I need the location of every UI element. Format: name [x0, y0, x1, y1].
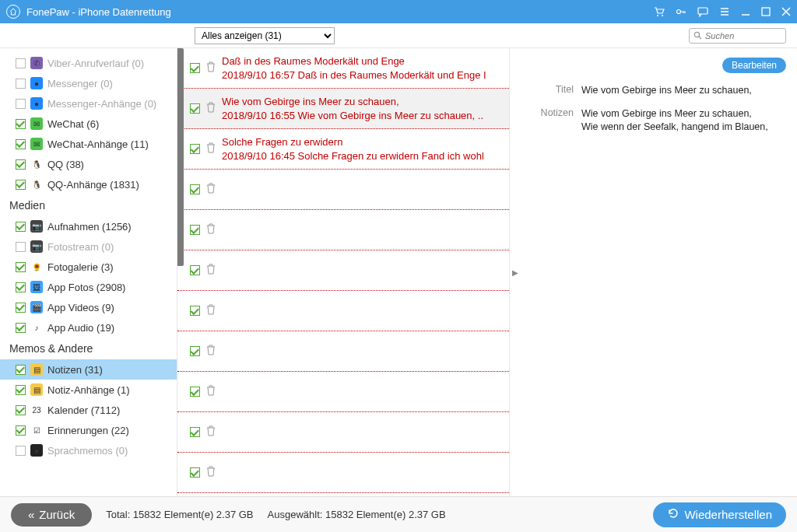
category-icon: 📷: [30, 220, 43, 233]
checkbox[interactable]: [16, 99, 26, 109]
sidebar-item[interactable]: ●Messenger (0): [0, 73, 177, 93]
checkbox[interactable]: [16, 262, 26, 272]
checkbox[interactable]: [16, 139, 26, 149]
list-row[interactable]: [177, 372, 509, 412]
search-box[interactable]: [689, 28, 786, 44]
trash-icon[interactable]: [206, 425, 216, 439]
trash-icon[interactable]: [206, 183, 216, 197]
checkbox[interactable]: [16, 58, 26, 68]
sidebar-item[interactable]: 📷Fotostream (0): [0, 236, 177, 257]
list-row[interactable]: Wie vom Gebirge ins Meer zu schauen,2018…: [177, 89, 509, 129]
category-icon: 📷: [30, 240, 43, 253]
sidebar-item[interactable]: ▤Notizen (31): [0, 359, 177, 380]
trash-icon[interactable]: [206, 223, 216, 237]
list-row[interactable]: [177, 250, 509, 291]
checkbox[interactable]: [190, 144, 200, 154]
checkbox[interactable]: [190, 427, 200, 437]
trash-icon[interactable]: [206, 102, 216, 116]
list-row[interactable]: Solche Fragen zu erwidern2018/9/10 16:45…: [177, 129, 509, 170]
svg-point-2: [677, 10, 681, 14]
list-row[interactable]: [177, 331, 509, 372]
sidebar-item[interactable]: 🌻Fotogalerie (3): [0, 257, 177, 277]
checkbox[interactable]: [190, 103, 200, 114]
sidebar-item[interactable]: 🖼App Fotos (2908): [0, 277, 177, 297]
checkbox[interactable]: [16, 222, 26, 232]
trash-icon[interactable]: [206, 61, 216, 75]
svg-point-1: [662, 15, 663, 16]
list-row[interactable]: [177, 170, 509, 210]
checkbox[interactable]: [190, 265, 200, 275]
list-row[interactable]: [177, 453, 509, 493]
close-icon[interactable]: [781, 7, 791, 16]
sidebar-item[interactable]: ☑Erinnerungen (22): [0, 420, 177, 440]
checkbox[interactable]: [16, 79, 26, 89]
key-icon[interactable]: [676, 6, 686, 17]
trash-icon[interactable]: [206, 385, 216, 399]
sidebar-item-label: App Audio (19): [47, 322, 114, 334]
checkbox[interactable]: [16, 180, 26, 190]
category-icon: ▤: [30, 363, 43, 376]
checkbox[interactable]: [190, 63, 200, 73]
sidebar-item[interactable]: ●Messenger-Anhänge (0): [0, 93, 177, 114]
sidebar-item[interactable]: 🐧QQ-Anhänge (1831): [0, 174, 177, 194]
status-selected: Ausgewählt: 15832 Element(e) 2.37 GB: [268, 509, 446, 520]
sidebar-item[interactable]: 🎬App Videos (9): [0, 297, 177, 317]
checkbox[interactable]: [16, 242, 26, 252]
edit-button[interactable]: Bearbeiten: [722, 58, 786, 73]
trash-icon[interactable]: [206, 466, 216, 480]
sidebar-item[interactable]: ✉WeChat-Anhänge (11): [0, 134, 177, 154]
cart-icon[interactable]: [654, 6, 665, 17]
sidebar-item[interactable]: 🐧QQ (38): [0, 154, 177, 174]
trash-icon[interactable]: [206, 304, 216, 318]
checkbox[interactable]: [190, 467, 200, 478]
category-icon: ●: [30, 77, 43, 89]
list-row[interactable]: [177, 210, 509, 250]
filter-select[interactable]: Alles anzeigen (31): [195, 27, 335, 44]
sidebar-item[interactable]: ✉WeChat (6): [0, 114, 177, 134]
list-row[interactable]: [177, 291, 509, 331]
maximize-icon[interactable]: [761, 7, 771, 16]
list-row[interactable]: [177, 412, 509, 453]
sidebar-item[interactable]: ●Sprachmemos (0): [0, 440, 177, 460]
checkbox[interactable]: [16, 303, 26, 313]
menu-icon[interactable]: [719, 6, 730, 17]
checkbox[interactable]: [16, 425, 26, 436]
trash-icon[interactable]: [206, 345, 216, 359]
sidebar-item[interactable]: ▤Notiz-Anhänge (1): [0, 380, 177, 400]
back-label: Zurück: [39, 508, 75, 521]
checkbox[interactable]: [16, 159, 26, 170]
recover-button[interactable]: Wiederherstellen: [653, 502, 786, 527]
sidebar[interactable]: ✆Viber-Anrufverlauf (0)●Messenger (0)●Me…: [0, 48, 177, 496]
sidebar-item[interactable]: 23Kalender (7112): [0, 400, 177, 420]
search-input[interactable]: [705, 31, 781, 40]
checkbox[interactable]: [190, 225, 200, 235]
checkbox[interactable]: [16, 119, 26, 129]
back-button[interactable]: « Zurück: [11, 503, 92, 527]
sidebar-item[interactable]: 📷Aufnahmen (1256): [0, 216, 177, 236]
home-icon[interactable]: [6, 5, 20, 19]
checkbox[interactable]: [190, 184, 200, 194]
sidebar-item-label: Erinnerungen (22): [47, 425, 129, 436]
checkbox[interactable]: [190, 306, 200, 316]
pane-divider[interactable]: ▶: [510, 48, 521, 496]
checkbox[interactable]: [16, 385, 26, 395]
list-scrollbar-left[interactable]: [177, 48, 184, 266]
trash-icon[interactable]: [206, 142, 216, 156]
checkbox[interactable]: [190, 387, 200, 397]
feedback-icon[interactable]: [697, 6, 708, 17]
checkbox[interactable]: [16, 323, 26, 333]
sidebar-item[interactable]: ♪App Audio (19): [0, 317, 177, 338]
checkbox[interactable]: [16, 282, 26, 292]
checkbox[interactable]: [16, 446, 26, 456]
sidebar-item[interactable]: ✆Viber-Anrufverlauf (0): [0, 53, 177, 73]
trash-icon[interactable]: [206, 264, 216, 278]
checkbox[interactable]: [190, 346, 200, 356]
checkbox[interactable]: [16, 365, 26, 375]
list-row[interactable]: Daß in des Raumes Moderkält und Enge2018…: [177, 48, 509, 89]
minimize-icon[interactable]: [741, 7, 750, 16]
row-text: Solche Fragen zu erwidern2018/9/10 16:45…: [222, 135, 484, 163]
sidebar-item-label: QQ (38): [47, 159, 84, 170]
checkbox[interactable]: [16, 405, 26, 415]
detail-title-key: Titel: [535, 84, 574, 98]
sidebar-item-label: Viber-Anrufverlauf (0): [47, 58, 144, 69]
